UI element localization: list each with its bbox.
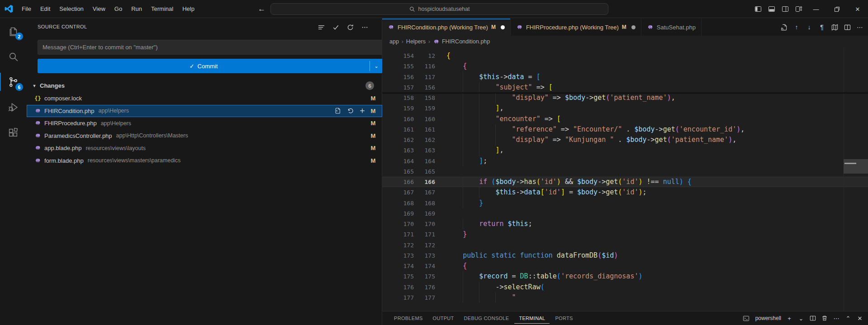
menu-run[interactable]: Run [127, 3, 147, 14]
toggle-panel-icon[interactable] [765, 2, 778, 16]
dirty-dot-icon[interactable] [501, 25, 505, 29]
code-line-169[interactable]: 169169 [382, 208, 868, 219]
code-line-173[interactable]: 173173 public static function dataFromDB… [382, 250, 868, 261]
code-line-177[interactable]: 177177 " [382, 292, 868, 303]
menu-view[interactable]: View [88, 3, 110, 14]
menu-edit[interactable]: Edit [36, 3, 55, 14]
code-line-171[interactable]: 171171 } [382, 229, 868, 240]
code-line-157[interactable]: 157156 "subject" => [ [382, 82, 868, 93]
bottom-panel: PROBLEMSOUTPUTDEBUG CONSOLETERMINALPORTS… [382, 311, 868, 325]
editor-tab-SatuSehat.php[interactable]: SatuSehat.php [641, 19, 702, 36]
code-line-162[interactable]: 162162 "display" => "Kunjungan " . $body… [382, 135, 868, 145]
code-line-161[interactable]: 161161 "reference" => "Encounter/" . $bo… [382, 124, 868, 135]
change-row-app.blade.php[interactable]: app.blade.phpresources\views\layoutsM [27, 142, 382, 155]
map-icon[interactable] [829, 22, 840, 33]
panel-tab-problems[interactable]: PROBLEMS [389, 313, 427, 323]
code-line-175[interactable]: 175175 $record = DB::table('records_diag… [382, 271, 868, 282]
code-line-166[interactable]: 166166 if ($body->has('id') && $body->ge… [382, 177, 868, 187]
commit-message-input[interactable] [38, 40, 383, 55]
breadcrumb-item-app[interactable]: app [389, 38, 399, 45]
maximize-panel-icon[interactable]: ⌃ [844, 314, 853, 323]
navigate-back-icon[interactable]: ← [258, 5, 266, 14]
editor-scrollbar[interactable] [844, 159, 868, 174]
launch-profile-chevron-icon[interactable]: ⌄ [797, 314, 806, 323]
more-actions-icon[interactable]: ⋯ [854, 22, 865, 33]
code-line-164[interactable]: 164164 ]; [382, 156, 868, 166]
more-actions-icon[interactable] [359, 22, 370, 33]
change-row-composer.lock[interactable]: {}composer.lockM [27, 92, 382, 105]
refresh-icon[interactable] [345, 22, 356, 33]
code-line-170[interactable]: 170170 return $this; [382, 219, 868, 229]
code-line-174[interactable]: 174174 { [382, 261, 868, 271]
change-row-FHIRProcedure.php[interactable]: FHIRProcedure.phpapp\HelpersM [27, 117, 382, 130]
activity-bar-item-search[interactable] [0, 44, 27, 69]
code-line-155[interactable]: 155116 { [382, 61, 868, 71]
powershell-terminal-icon[interactable] [742, 314, 751, 323]
close-panel-icon[interactable]: ✕ [855, 314, 864, 323]
code-line-167[interactable]: 167167 $this->data['id'] = $body->get('i… [382, 187, 868, 198]
commit-button[interactable]: ✓ Commit ⌄ [38, 59, 383, 73]
split-editor-icon[interactable] [842, 22, 853, 33]
activity-bar-item-explorer[interactable]: 2 [0, 19, 27, 44]
panel-tab-debug-console[interactable]: DEBUG CONSOLE [460, 313, 514, 323]
previous-change-icon[interactable]: ↑ [791, 22, 802, 33]
line-number-original: 157 [382, 84, 414, 91]
panel-tab-terminal[interactable]: TERMINAL [514, 313, 550, 324]
panel-tab-output[interactable]: OUTPUT [428, 313, 459, 323]
code-line-154[interactable]: 15412{ [382, 51, 868, 61]
code-line-168[interactable]: 168168 } [382, 198, 868, 208]
panel-tab-ports[interactable]: PORTS [550, 313, 577, 323]
code-text: if ($body->has('id') && $body->get('id')… [446, 177, 692, 187]
restore-icon[interactable] [826, 0, 847, 18]
breadcrumb-item-Helpers[interactable]: Helpers [406, 38, 426, 45]
activity-bar-item-run-debug[interactable] [0, 94, 27, 120]
activity-bar-item-extensions[interactable] [0, 120, 27, 145]
dirty-dot-icon[interactable] [631, 25, 636, 29]
menu-go[interactable]: Go [110, 3, 127, 14]
code-line-176[interactable]: 176176 ->selectRaw( [382, 282, 868, 292]
commit-check-icon[interactable] [330, 22, 341, 33]
discard-changes-icon[interactable] [346, 107, 354, 115]
open-file-icon[interactable] [334, 107, 342, 115]
code-text: return $this; [446, 219, 532, 229]
menu-file[interactable]: File [17, 3, 36, 14]
minimize-icon[interactable]: — [806, 0, 826, 18]
code-editor[interactable]: 15412{155116 {156117 $this->data = [1571… [382, 47, 868, 311]
menu-terminal[interactable]: Terminal [147, 3, 178, 14]
changes-section-header[interactable]: ▼ Changes 6 [27, 79, 382, 92]
breadcrumb-item-FHIRCondition.php[interactable]: FHIRCondition.php [433, 38, 490, 45]
code-line-158[interactable]: 158158 "display" => $body->get('patient_… [382, 93, 868, 103]
open-changes-icon[interactable] [778, 22, 789, 33]
php-elephant-icon [388, 24, 394, 31]
editor-tab-FHIRProcedure.php[interactable]: FHIRProcedure.php (Working Tree)M [511, 19, 641, 36]
menu-selection[interactable]: Selection [55, 3, 88, 14]
view-as-list-icon[interactable] [316, 22, 327, 33]
change-row-ParamedicsController.php[interactable]: ParamedicsController.phpapp\Http\Control… [27, 130, 382, 142]
menu-help[interactable]: Help [178, 3, 199, 14]
activity-bar-item-source-control[interactable]: 6 [0, 69, 27, 94]
new-terminal-icon[interactable]: + [785, 314, 794, 323]
kill-terminal-icon[interactable] [820, 314, 829, 323]
close-icon[interactable]: ✕ [847, 0, 868, 18]
customize-layout-icon[interactable] [792, 2, 806, 16]
code-line-172[interactable]: 172172 [382, 240, 868, 250]
code-line-165[interactable]: 165165 [382, 166, 868, 177]
editor-tab-FHIRCondition.php[interactable]: FHIRCondition.php (Working Tree)M [382, 19, 511, 36]
code-line-163[interactable]: 163163 ], [382, 145, 868, 155]
code-text: ], [446, 145, 503, 155]
stage-changes-icon[interactable] [358, 107, 366, 115]
toggle-secondary-sidebar-icon[interactable] [778, 2, 792, 16]
more-actions-icon[interactable]: ⋯ [832, 314, 841, 323]
change-row-FHIRCondition.php[interactable]: FHIRCondition.phpapp\HelpersM [27, 105, 382, 118]
next-change-icon[interactable]: ↓ [804, 22, 815, 33]
command-center-search[interactable]: hospicloudsatusehat [270, 3, 608, 15]
terminal-shell-label[interactable]: powershell [755, 315, 781, 321]
toggle-primary-sidebar-icon[interactable] [751, 2, 765, 16]
commit-dropdown-icon[interactable]: ⌄ [370, 63, 383, 69]
code-line-159[interactable]: 159159 ], [382, 103, 868, 113]
code-line-156[interactable]: 156117 $this->data = [ [382, 72, 868, 82]
code-line-160[interactable]: 160160 "encounter" => [ [382, 114, 868, 124]
split-terminal-icon[interactable] [808, 314, 817, 323]
change-row-form.blade.php[interactable]: form.blade.phpresources\views\masters\pa… [27, 155, 382, 167]
toggle-whitespace-icon[interactable]: ¶ [816, 22, 827, 33]
